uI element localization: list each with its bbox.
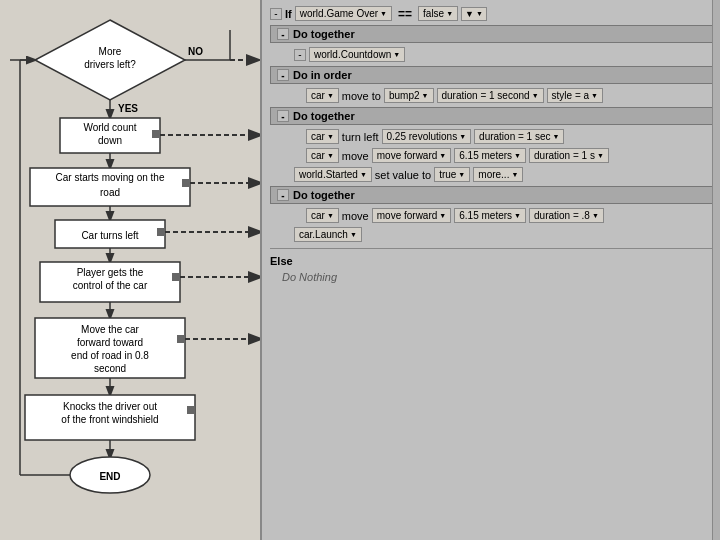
car-select-3[interactable]: car: [306, 148, 339, 163]
if-row: - If world.Game Over == false ▼: [270, 4, 716, 23]
flowchart: More drivers left? NO YES World count do…: [0, 0, 260, 540]
style-select[interactable]: style = a: [547, 88, 603, 103]
do-nothing-label: Do Nothing: [282, 271, 337, 283]
svg-text:of the front windshield: of the front windshield: [61, 414, 158, 425]
do-nothing-row: Do Nothing: [282, 269, 716, 285]
else-row: Else: [270, 253, 716, 269]
collapse-do-in-order[interactable]: -: [277, 69, 289, 81]
forward2-select[interactable]: move forward: [372, 208, 452, 223]
car-select-1[interactable]: car: [306, 88, 339, 103]
svg-text:end of road in 0.8: end of road in 0.8: [71, 350, 149, 361]
svg-text:More: More: [99, 46, 122, 57]
move-to-label: move to: [342, 90, 381, 102]
car-turn-left-row: car turn left 0.25 revolutions duration …: [306, 127, 716, 146]
do-in-order-label: Do in order: [293, 69, 352, 81]
world-started-row: world.Started set value to true more...: [294, 165, 716, 184]
svg-text:drivers left?: drivers left?: [84, 59, 136, 70]
do-together-2-header: - Do together: [270, 107, 716, 125]
svg-text:road: road: [100, 187, 120, 198]
do-together-2-label: Do together: [293, 110, 355, 122]
code-panel: - If world.Game Over == false ▼ - Do tog…: [260, 0, 720, 540]
car-move-forward-row: car move move forward 6.15 meters durati…: [306, 146, 716, 165]
false-select[interactable]: false: [418, 6, 458, 21]
collapse-do-together-2[interactable]: -: [277, 110, 289, 122]
svg-text:Knocks the driver out: Knocks the driver out: [63, 401, 157, 412]
svg-rect-9: [152, 130, 160, 138]
meters2-select[interactable]: 6.15 meters: [454, 208, 526, 223]
if-label: If: [285, 8, 292, 20]
eq-sign: ==: [395, 7, 415, 21]
car-select-2[interactable]: car: [306, 129, 339, 144]
svg-rect-23: [172, 273, 180, 281]
more-select[interactable]: more...: [473, 167, 523, 182]
do-together-3-label: Do together: [293, 189, 355, 201]
car-select-4[interactable]: car: [306, 208, 339, 223]
bump2-select[interactable]: bump2: [384, 88, 434, 103]
move2-label: move: [342, 210, 369, 222]
yes-label: YES: [118, 103, 138, 114]
svg-text:Player gets the: Player gets the: [77, 267, 144, 278]
collapse-do-together-1[interactable]: -: [277, 28, 289, 40]
dur-8-select[interactable]: duration = .8: [529, 208, 604, 223]
svg-text:Car turns left: Car turns left: [81, 230, 138, 241]
do-together-1-label: Do together: [293, 28, 355, 40]
world-countdown-row: - world.Countdown: [294, 45, 716, 64]
car-move-forward-2-row: car move move forward 6.15 meters durati…: [306, 206, 716, 225]
duration-1sec-select[interactable]: duration = 1 sec: [474, 129, 564, 144]
revolutions-select[interactable]: 0.25 revolutions: [382, 129, 472, 144]
svg-text:second: second: [94, 363, 126, 374]
dur-1s2-select[interactable]: duration = 1 s: [529, 148, 609, 163]
world-started-select[interactable]: world.Started: [294, 167, 372, 182]
svg-text:Move the car: Move the car: [81, 324, 139, 335]
no-label: NO: [188, 46, 203, 57]
do-together-3-header: - Do together: [270, 186, 716, 204]
svg-rect-30: [177, 335, 185, 343]
duration-1s-select[interactable]: duration = 1 second: [437, 88, 544, 103]
svg-rect-18: [157, 228, 165, 236]
car-launch-row: car.Launch: [294, 225, 716, 244]
do-in-order-header: - Do in order: [270, 66, 716, 84]
world-countdown-select[interactable]: world.Countdown: [309, 47, 405, 62]
extra-select[interactable]: ▼: [461, 7, 487, 21]
car-launch-select[interactable]: car.Launch: [294, 227, 362, 242]
svg-text:down: down: [98, 135, 122, 146]
true-select[interactable]: true: [434, 167, 470, 182]
car-move-bump2-row: car move to bump2 duration = 1 second st…: [306, 86, 716, 105]
else-label: Else: [270, 255, 293, 267]
svg-text:forward toward: forward toward: [77, 337, 143, 348]
forward-select[interactable]: move forward: [372, 148, 452, 163]
collapse-if[interactable]: -: [270, 8, 282, 20]
svg-rect-35: [187, 406, 195, 414]
scrollbar[interactable]: [712, 0, 720, 540]
collapse-countdown[interactable]: -: [294, 49, 306, 61]
svg-text:Car starts moving on the: Car starts moving on the: [56, 172, 165, 183]
set-value-label: set value to: [375, 169, 431, 181]
move-label: move: [342, 150, 369, 162]
turn-left-label: turn left: [342, 131, 379, 143]
meters-select[interactable]: 6.15 meters: [454, 148, 526, 163]
world-game-over-select[interactable]: world.Game Over: [295, 6, 392, 21]
svg-rect-14: [182, 179, 190, 187]
svg-text:World count: World count: [83, 122, 136, 133]
do-together-1-header: - Do together: [270, 25, 716, 43]
collapse-do-together-3[interactable]: -: [277, 189, 289, 201]
svg-text:END: END: [99, 471, 120, 482]
svg-text:control of the car: control of the car: [73, 280, 148, 291]
